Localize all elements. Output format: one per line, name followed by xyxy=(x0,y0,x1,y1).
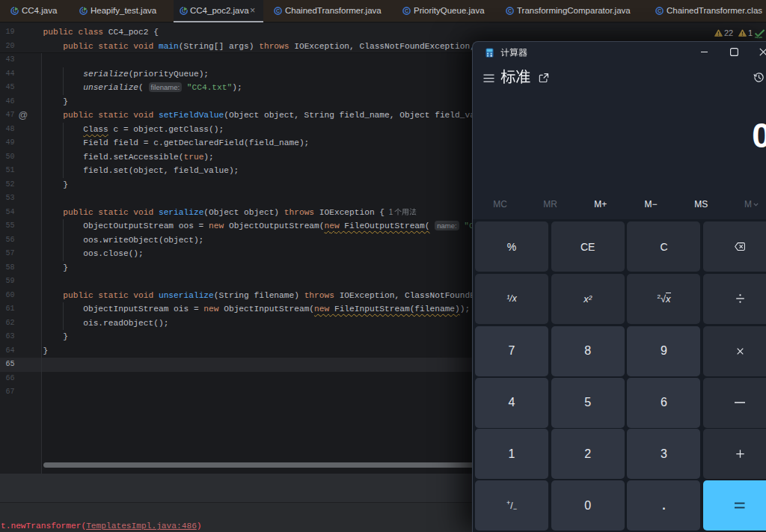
svg-text:C: C xyxy=(508,8,512,13)
svg-text:C: C xyxy=(658,8,661,13)
svg-text:C: C xyxy=(405,8,408,13)
svg-text:C: C xyxy=(276,8,280,13)
